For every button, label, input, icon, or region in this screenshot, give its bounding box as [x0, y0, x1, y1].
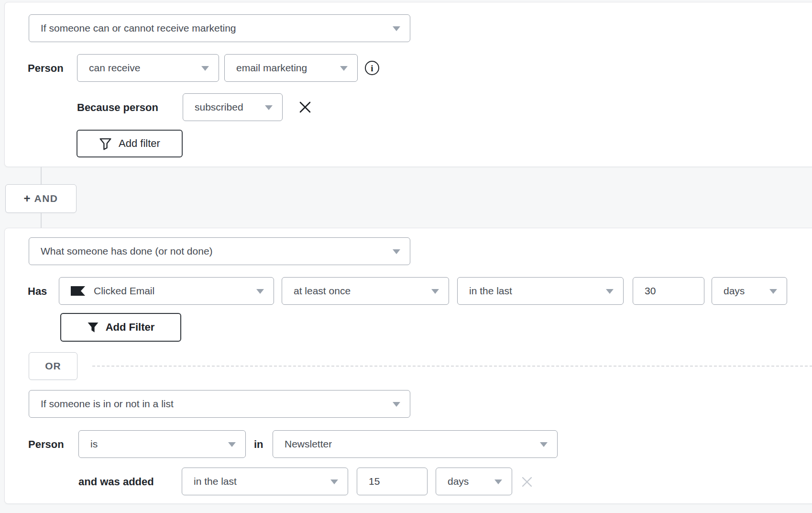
frequency-select[interactable]: at least once — [282, 277, 449, 305]
close-disabled-icon — [520, 475, 534, 489]
list-value: Newsletter — [285, 438, 332, 450]
added-amount-input[interactable] — [357, 468, 428, 495]
info-icon[interactable]: i — [365, 61, 379, 75]
because-person-label: Because person — [77, 101, 158, 114]
added-unit-value: days — [448, 476, 469, 487]
add-filter-button[interactable]: Add Filter — [60, 313, 181, 342]
funnel-outline-icon — [99, 137, 112, 150]
has-label: Has — [28, 285, 47, 298]
caret-down-icon — [393, 402, 400, 407]
subscription-reason-value: subscribed — [195, 101, 243, 113]
consent-operator-value: can receive — [89, 62, 140, 74]
or-divider-line — [92, 366, 812, 367]
add-filter-label: Add filter — [119, 137, 160, 150]
subscription-reason-select[interactable]: subscribed — [183, 93, 283, 121]
add-filter-label: Add Filter — [106, 321, 155, 334]
and-button-label: AND — [34, 193, 58, 204]
caret-down-icon — [393, 249, 400, 254]
caret-down-icon — [340, 66, 348, 71]
condition-type-select[interactable]: If someone can or cannot receive marketi… — [29, 14, 410, 42]
plus-icon: + — [23, 192, 30, 205]
added-range-value: in the last — [194, 476, 237, 487]
or-button-label: OR — [45, 360, 61, 372]
add-or-condition-button[interactable]: OR — [29, 352, 77, 380]
list-operator-value: is — [90, 438, 98, 450]
added-unit-select[interactable]: days — [436, 468, 512, 495]
caret-down-icon — [494, 480, 502, 484]
condition-type-value: If someone can or cannot receive marketi… — [41, 22, 236, 34]
funnel-solid-icon — [87, 322, 99, 334]
add-filter-button[interactable]: Add filter — [77, 130, 183, 157]
consent-operator-select[interactable]: can receive — [77, 54, 219, 82]
caret-down-icon — [606, 289, 614, 294]
close-icon — [298, 100, 312, 114]
caret-down-icon — [431, 289, 439, 294]
marketing-channel-select[interactable]: email marketing — [224, 54, 358, 82]
time-amount-input[interactable] — [633, 277, 704, 305]
time-range-select[interactable]: in the last — [457, 277, 624, 305]
marketing-channel-value: email marketing — [236, 62, 307, 74]
person-label: Person — [28, 62, 64, 75]
condition-type-value: What someone has done (or not done) — [41, 245, 213, 257]
added-range-select[interactable]: in the last — [182, 468, 348, 495]
caret-down-icon — [540, 442, 548, 447]
time-range-value: in the last — [469, 285, 512, 297]
condition-type-select[interactable]: If someone is in or not in a list — [29, 390, 410, 418]
and-was-added-label: and was added — [78, 475, 154, 489]
time-unit-value: days — [724, 285, 745, 297]
time-unit-select[interactable]: days — [712, 277, 787, 305]
add-and-condition-button[interactable]: + AND — [5, 184, 77, 213]
person-label: Person — [28, 438, 64, 451]
caret-down-icon — [265, 105, 273, 110]
info-icon-glyph: i — [371, 64, 373, 73]
event-value: Clicked Email — [94, 285, 154, 297]
list-operator-select[interactable]: is — [78, 430, 246, 458]
condition-type-select[interactable]: What someone has done (or not done) — [29, 237, 410, 265]
caret-down-icon — [256, 289, 264, 294]
condition-card-behavior: What someone has done (or not done) Has … — [4, 228, 812, 504]
event-select[interactable]: Clicked Email — [59, 277, 274, 305]
remove-filter-button[interactable] — [297, 100, 313, 115]
condition-type-value: If someone is in or not in a list — [41, 398, 174, 410]
caret-down-icon — [228, 442, 236, 447]
caret-down-icon — [201, 66, 209, 71]
in-label: in — [254, 438, 263, 451]
and-connector-line-bottom — [41, 213, 42, 228]
remove-filter-button-disabled[interactable] — [519, 474, 535, 490]
caret-down-icon — [769, 289, 777, 294]
frequency-value: at least once — [294, 285, 351, 297]
email-flag-icon — [71, 286, 85, 296]
caret-down-icon — [330, 480, 338, 484]
list-select[interactable]: Newsletter — [273, 430, 558, 458]
and-connector-line-top — [41, 167, 42, 184]
caret-down-icon — [393, 26, 400, 31]
condition-card-consent: If someone can or cannot receive marketi… — [4, 2, 812, 167]
